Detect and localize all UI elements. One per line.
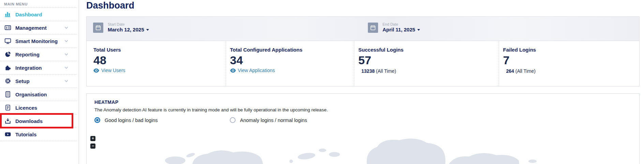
caret-down-icon	[146, 29, 149, 31]
calendar-icon	[93, 23, 103, 33]
summary-panel: Start Date March 12, 2025 End Date April…	[86, 16, 640, 86]
pie-chart-icon	[4, 51, 12, 58]
sidebar-item-label: Dashboard	[15, 12, 42, 17]
sidebar-section-label: MAIN MENU	[0, 0, 77, 8]
sidebar-item-label: Smart Monitoring	[15, 38, 58, 44]
chevron-down-icon	[65, 25, 68, 29]
stat-label: Total Configured Applications	[230, 47, 354, 53]
sidebar-item-smart-monitoring[interactable]: Smart Monitoring	[0, 35, 77, 48]
document-icon	[4, 104, 12, 111]
chevron-down-icon	[65, 65, 68, 69]
stat-failed-logins: Failed Logins 7 264 (All Time)	[499, 41, 639, 86]
sidebar-item-organisation[interactable]: Organisation	[0, 88, 77, 101]
sidebar-divider-shadow	[79, 0, 80, 164]
sidebar-item-tutorials[interactable]: Tutorials	[0, 128, 77, 141]
heatmap-panel: HEATMAP The Anomaly detection AI feature…	[86, 93, 640, 164]
caret-down-icon	[417, 29, 420, 31]
heatmap-mode-options: Good logins / bad logins Anomaly logins …	[94, 117, 639, 123]
calendar-icon	[368, 23, 378, 33]
eye-icon	[93, 68, 99, 73]
heatmap-title: HEATMAP	[94, 99, 639, 105]
sidebar-item-label: Organisation	[15, 92, 47, 97]
stat-label: Total Users	[93, 47, 226, 53]
page-title: Dashboard	[86, 0, 134, 11]
puzzle-icon	[4, 64, 12, 71]
sidebar-item-label: Licences	[15, 105, 37, 111]
sidebar-item-dashboard[interactable]: Dashboard	[0, 8, 77, 21]
sidebar-item-label: Tutorials	[15, 132, 36, 137]
radio-label: Anomaly logins / normal logins	[240, 118, 307, 123]
sidebar-item-label: Downloads	[15, 118, 43, 124]
view-users-link[interactable]: View Users	[93, 68, 226, 73]
sidebar-item-label: Setup	[15, 78, 30, 84]
stat-value: 7	[503, 53, 639, 67]
radio-icon	[230, 117, 236, 123]
world-map	[87, 137, 640, 164]
sidebar-item-integration[interactable]: Integration	[0, 61, 77, 74]
stat-alltime: 264 (All Time)	[506, 68, 639, 74]
map-zoom-out-button[interactable]: −	[90, 144, 95, 149]
stat-label: Failed Logins	[503, 47, 639, 53]
stats-row: Total Users 48 View Users Total Configur…	[87, 41, 639, 86]
stat-label: Successful Logins	[358, 47, 498, 53]
stat-value: 34	[230, 53, 354, 67]
sidebar-item-label: Management	[15, 25, 47, 31]
gear-icon	[4, 77, 12, 85]
sidebar-item-reporting[interactable]: Reporting	[0, 48, 77, 61]
chevron-down-icon	[65, 39, 68, 42]
view-applications-link[interactable]: View Applications	[230, 68, 354, 73]
stat-value: 48	[93, 53, 226, 67]
download-icon	[4, 117, 12, 125]
date-range-bar: Start Date March 12, 2025 End Date April…	[87, 17, 639, 41]
id-card-icon	[4, 24, 12, 31]
stat-total-applications: Total Configured Applications 34 View Ap…	[226, 41, 354, 86]
sidebar-item-label: Reporting	[15, 52, 40, 57]
bar-chart-icon	[4, 11, 12, 18]
main-menu-sidebar: MAIN MENU Dashboard Management Smart Mon…	[0, 0, 77, 164]
stat-alltime: 13238 (All Time)	[361, 68, 498, 74]
sidebar-item-setup[interactable]: Setup	[0, 74, 77, 88]
end-date-picker[interactable]: End Date April 11, 2025	[368, 22, 420, 33]
chevron-down-icon	[65, 79, 68, 82]
stat-value: 57	[358, 53, 498, 67]
heatmap-notice: The Anomaly detection AI feature is curr…	[94, 107, 639, 112]
radio-label: Good logins / bad logins	[105, 118, 158, 123]
stat-successful-logins: Successful Logins 57 13238 (All Time)	[354, 41, 498, 86]
end-date-value: April 11, 2025	[383, 27, 420, 33]
radio-icon	[94, 117, 100, 123]
start-date-picker[interactable]: Start Date March 12, 2025	[93, 22, 149, 33]
monitor-icon	[4, 37, 12, 45]
start-date-value: March 12, 2025	[108, 27, 149, 33]
sidebar-item-management[interactable]: Management	[0, 21, 77, 35]
eye-icon	[230, 68, 236, 73]
sidebar-item-licences[interactable]: Licences	[0, 101, 77, 114]
building-icon	[4, 91, 12, 98]
radio-good-bad-logins[interactable]: Good logins / bad logins	[94, 117, 230, 123]
start-date-label: Start Date	[108, 22, 149, 27]
play-icon	[4, 131, 12, 138]
chevron-down-icon	[65, 52, 68, 55]
map-zoom-in-button[interactable]: +	[90, 136, 95, 141]
radio-anomaly-normal-logins[interactable]: Anomaly logins / normal logins	[230, 117, 307, 123]
sidebar-item-label: Integration	[15, 65, 42, 71]
sidebar-divider	[78, 0, 79, 164]
stat-total-users: Total Users 48 View Users	[87, 41, 226, 86]
end-date-label: End Date	[383, 22, 420, 27]
sidebar-item-downloads[interactable]: Downloads	[0, 114, 77, 128]
